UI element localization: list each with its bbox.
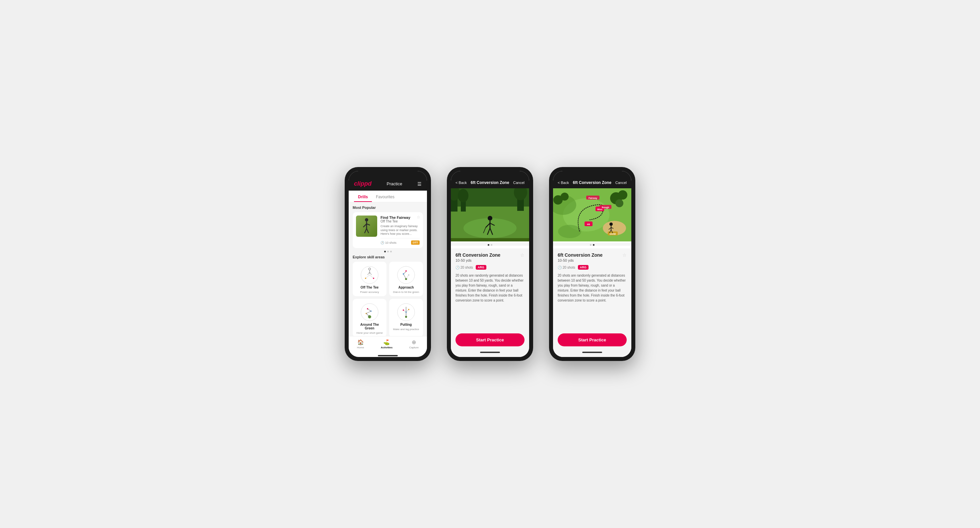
putting-icon [397,303,415,321]
back-button[interactable]: < Back [455,181,467,185]
svg-point-62 [618,190,627,199]
most-popular-label: Most Popular [353,206,423,209]
phone-3-screen: < Back 6ft Conversion Zone Cancel [553,171,631,357]
svg-line-28 [368,309,371,311]
nav-home-label: Home [357,346,364,349]
approach-label: Approach [398,286,414,289]
svg-line-14 [369,275,374,278]
drill-title: 6ft Conversion Zone [455,252,500,258]
phone-2-screen: < Back 6ft Conversion Zone Cancel [451,171,529,357]
map-dots [553,243,631,246]
drill-map: Hit Miss Fairway Rough SAND [553,188,631,241]
svg-line-5 [367,228,369,233]
svg-line-18 [403,274,406,279]
nav-capture-label: Capture [409,346,418,349]
skill-card-ott[interactable]: Off The Tee Power accuracy [353,262,387,296]
cancel-button[interactable]: Cancel [513,181,525,185]
phone-3: < Back 6ft Conversion Zone Cancel [549,167,635,361]
svg-point-22 [408,274,409,276]
dot-3 [390,251,392,252]
ott-sublabel: Power accuracy [360,290,379,294]
home-bar-2 [480,352,500,353]
screen2-title: 6ft Conversion Zone [471,180,509,185]
map-dot-1 [590,244,592,246]
svg-line-38 [403,310,406,312]
skill-card-putting[interactable]: Putting Make and lag practice [389,299,423,336]
logo: clippd [354,180,372,187]
menu-icon[interactable]: ☰ [417,181,422,187]
drill-card-text: Find The Fairway Off The Tee Create an i… [380,215,420,245]
nav-capture[interactable]: ⊕ Capture [409,339,418,349]
phone-1-screen: clippd Practice ☰ Drills Favourites Most… [349,171,427,357]
svg-line-39 [406,309,409,312]
svg-line-9 [368,272,369,275]
svg-point-76 [609,222,613,226]
golf-scene-svg [451,188,529,238]
screen3-title: 6ft Conversion Zone [573,180,611,185]
home-bar-3 [582,352,602,353]
drill-card-badge: OTT [411,241,420,245]
svg-text:SAND: SAND [609,233,616,235]
screen3-arg-badge: ARG [578,265,589,270]
phone-notch-3 [579,167,605,174]
drill-card-find-fairway[interactable]: Find The Fairway Off The Tee Create an i… [353,212,423,248]
drill-card-footer: 🕐 10 shots OTT [380,238,420,245]
screen3-start-practice-button[interactable]: Start Practice [558,333,627,346]
skill-card-approach[interactable]: Approach Dial-in to hit the green [389,262,423,296]
svg-point-63 [616,199,624,207]
screen3-shots-info: 🕐 20 shots [558,266,575,269]
drill-photo [451,188,529,241]
nav-activities-label: Activities [381,346,393,349]
nav-home[interactable]: 🏠 Home [357,339,364,349]
drill-card-image-inner [356,215,377,237]
home-icon: 🏠 [357,339,364,345]
start-practice-button[interactable]: Start Practice [455,333,525,346]
home-bar-1 [378,355,398,356]
svg-point-17 [406,270,407,272]
map-dot-2 [593,244,595,246]
tab-drills[interactable]: Drills [354,193,372,202]
screen3-back-button[interactable]: < Back [558,181,569,185]
explore-title: Explore skill areas [353,255,423,259]
screen3-bottom: Start Practice [553,330,631,357]
shots-info: 🕐 20 shots [455,266,473,269]
img-dot-1 [488,244,489,246]
arg-badge: ARG [476,265,486,270]
svg-point-0 [365,218,368,222]
drill-description: 20 shots are randomly generated at dista… [455,273,525,303]
svg-text:Hit: Hit [587,223,590,225]
screen3-drill-meta: 🕐 20 shots ARG [558,265,627,270]
screen3-fav-icon[interactable]: ☆ [622,252,627,258]
drill-card-subtitle: Off The Tee [380,220,420,223]
svg-text:Fairway: Fairway [589,197,597,199]
bottom-nav: 🏠 Home ⛳ Activities ⊕ Capture [349,336,427,353]
svg-point-15 [398,266,415,284]
favourite-icon[interactable]: ☆ [417,215,420,220]
screen3-cancel-button[interactable]: Cancel [616,181,627,185]
nav-activities[interactable]: ⛳ Activities [381,339,393,349]
drill-meta: 🕐 20 shots ARG [455,265,525,270]
screen2-content: 6ft Conversion Zone 10-50 yds ☆ 🕐 20 sho… [451,249,529,330]
putting-sublabel: Make and lag practice [393,328,419,331]
screen3-description: 20 shots are randomly generated at dista… [558,273,627,303]
screen3-drill-title: 6ft Conversion Zone [558,252,603,258]
svg-line-21 [406,275,409,279]
svg-line-13 [366,275,369,278]
svg-point-46 [458,189,468,202]
screen3-content: 6ft Conversion Zone 10-50 yds ☆ 🕐 20 sho… [553,249,631,330]
drill-card-desc: Create an imaginary fairway using trees … [380,225,420,236]
dot-1 [384,251,386,252]
ott-icon [360,266,379,284]
screen3-drill-range: 10-50 yds [558,258,603,262]
phone-2: < Back 6ft Conversion Zone Cancel [447,167,533,361]
skill-card-atg[interactable]: Around The Green Hone your short game [353,299,387,336]
tab-favourites[interactable]: Favourites [372,193,398,202]
drill-card-title: Find The Fairway [380,215,420,220]
approach-sublabel: Dial-in to hit the green [393,290,419,294]
drill-card-image [356,215,377,237]
drill-fav-icon[interactable]: ☆ [520,252,525,258]
phone-notch-2 [477,167,503,174]
svg-line-29 [366,311,371,313]
carousel-dots [353,251,423,252]
skill-grid: Off The Tee Power accuracy [353,262,423,336]
